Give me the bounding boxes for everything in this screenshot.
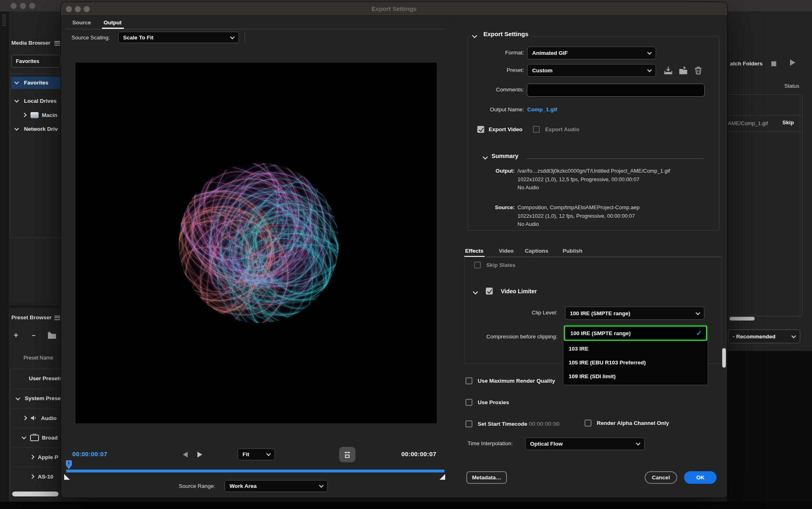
preset-row-label: Broad <box>42 435 58 441</box>
zoom-level-dropdown[interactable]: Fit <box>238 448 275 460</box>
render-alpha-checkbox[interactable] <box>585 420 591 427</box>
queue-preset-value: - Recommended <box>733 334 775 340</box>
preset-row-system-presets[interactable]: System Prese <box>11 389 65 408</box>
export-audio-label: Export Audio <box>545 126 579 132</box>
dropdown-option[interactable]: 103 IRE <box>563 342 708 355</box>
source-range-value: Work Area <box>230 483 257 489</box>
skip-slates-label: Skip Slates <box>486 262 515 268</box>
dropdown-option[interactable]: 109 IRE (SDI limit) <box>563 369 708 383</box>
out-point-marker[interactable] <box>440 474 445 480</box>
previous-frame-icon[interactable] <box>183 452 188 457</box>
panel-menu-icon[interactable] <box>54 316 60 320</box>
tab-publish[interactable]: Publish <box>563 248 582 254</box>
close-button[interactable] <box>11 3 17 9</box>
playhead[interactable] <box>66 460 72 469</box>
tab-captions[interactable]: Captions <box>525 248 548 254</box>
metadata-button[interactable]: Metadata… <box>466 471 507 484</box>
new-preset-group-icon[interactable] <box>47 331 57 339</box>
panel-grip-icon[interactable] <box>2 15 6 27</box>
export-settings-header[interactable]: Export Settings <box>481 30 531 37</box>
dropdown-option[interactable]: 105 IRE (EBU R103 Preferred) <box>563 355 708 369</box>
preset-dropdown[interactable]: Custom <box>527 64 656 77</box>
output-name-link[interactable]: Comp_1.gif <box>527 106 557 113</box>
horizontal-scrollbar[interactable] <box>730 317 755 321</box>
chevron-right-icon[interactable] <box>30 455 34 459</box>
queue-preset-dropdown[interactable]: - Recommended <box>728 329 800 343</box>
set-start-timecode-checkbox[interactable] <box>466 420 472 427</box>
format-label: Format: <box>463 50 524 56</box>
minimize-button[interactable] <box>20 3 26 9</box>
preset-name-column-header[interactable]: Preset Name <box>24 355 53 361</box>
summary-output-line: 1022x1022 (1,0), 12,5 fps, Progressive, … <box>518 176 639 182</box>
chevron-down-icon[interactable] <box>14 98 19 102</box>
vertical-scrollbar[interactable] <box>722 348 726 368</box>
start-timecode-value[interactable]: 00:00:00:00 <box>529 421 560 427</box>
chevron-down-icon[interactable] <box>15 396 20 400</box>
preset-row-apple[interactable]: Apple P <box>11 447 65 467</box>
preset-row-broadcast[interactable]: Broad <box>11 428 65 447</box>
cancel-button[interactable]: Cancel <box>645 471 677 484</box>
tree-item-macintosh[interactable]: Macin <box>11 109 61 121</box>
tree-item-favorites[interactable]: Favorites <box>11 77 61 89</box>
tab-video[interactable]: Video <box>499 248 514 254</box>
chevron-down-icon[interactable] <box>22 435 26 439</box>
queue-item-status[interactable]: Skip <box>782 119 794 126</box>
preset-row-audio[interactable]: Audio <box>11 408 65 428</box>
stop-button[interactable] <box>771 61 776 66</box>
save-preset-icon[interactable] <box>663 65 673 76</box>
next-frame-icon[interactable] <box>197 452 202 457</box>
in-point-marker[interactable] <box>64 474 70 480</box>
chevron-down-icon <box>647 67 652 72</box>
use-proxies-checkbox[interactable] <box>466 399 472 406</box>
media-browser-panel: Media Browser Favorites Favorites Local … <box>9 11 61 302</box>
tab-effects[interactable]: Effects <box>465 248 483 254</box>
media-browser-title: Media Browser <box>11 40 50 46</box>
clip-level-dropdown[interactable]: 100 IRE (SMPTE range) <box>565 307 704 320</box>
chevron-down-icon <box>695 310 700 315</box>
dropdown-option-selected[interactable]: 100 IRE (SMPTE range) <box>564 325 707 341</box>
chevron-right-icon[interactable] <box>22 113 26 117</box>
preset-row-user-presets[interactable]: User Presets <box>11 369 65 389</box>
time-interpolation-dropdown[interactable]: Optical Flow <box>525 438 645 450</box>
source-scaling-dropdown[interactable]: Scale To Fit <box>118 32 239 43</box>
export-video-label: Export Video <box>489 126 522 132</box>
remove-preset-button[interactable]: − <box>32 332 35 339</box>
tab-source[interactable]: Source <box>72 19 91 26</box>
source-range-dropdown[interactable]: Work Area <box>225 480 328 492</box>
crop-output-button[interactable] <box>339 447 355 462</box>
format-dropdown[interactable]: Animated GIF <box>527 47 656 59</box>
zoom-button[interactable] <box>29 3 35 9</box>
tab-output[interactable]: Output <box>104 19 121 26</box>
panel-menu-icon[interactable] <box>54 41 60 45</box>
play-button[interactable] <box>790 59 795 66</box>
queue-item-path[interactable]: AME/Comp_1.gif <box>728 120 768 126</box>
preset-browser-panel: Preset Browser + − Preset Name User Pres… <box>9 305 61 502</box>
comments-input[interactable] <box>527 84 705 97</box>
chevron-right-icon[interactable] <box>22 416 27 420</box>
add-preset-button[interactable]: + <box>14 331 18 340</box>
tree-item-network-drives[interactable]: Network Driv <box>11 123 61 135</box>
delete-preset-icon[interactable] <box>693 65 704 76</box>
tree-item-local-drives[interactable]: Local Drives <box>11 95 61 107</box>
preset-row-as10[interactable]: AS-10 <box>11 467 65 486</box>
source-scaling-value: Scale To Fit <box>123 35 154 41</box>
chevron-down-icon[interactable] <box>14 80 19 84</box>
timeline-scrubber[interactable] <box>66 470 444 472</box>
summary-header[interactable]: Summary <box>492 153 518 159</box>
ok-button[interactable]: OK <box>684 471 717 484</box>
max-render-quality-label: Use Maximum Render Quality <box>478 378 555 384</box>
preset-label: Preset: <box>463 67 524 73</box>
video-limiter-checkbox[interactable] <box>486 288 493 295</box>
summary-output-line: /var/fo…zsddt3j0kzkc0000gn/T/Untitled Pr… <box>518 168 670 174</box>
chevron-right-icon[interactable] <box>30 474 34 479</box>
max-render-quality-checkbox[interactable] <box>466 377 472 384</box>
preview-area[interactable] <box>76 63 437 423</box>
import-preset-icon[interactable] <box>678 65 689 76</box>
chevron-down-icon[interactable] <box>14 126 19 130</box>
horizontal-scrollbar[interactable] <box>12 492 58 496</box>
export-video-checkbox[interactable] <box>477 126 484 133</box>
media-filter-select[interactable]: Favorites <box>11 55 61 67</box>
dialog-titlebar[interactable]: Export Settings <box>61 2 727 16</box>
video-limiter-label: Video Limiter <box>501 288 537 295</box>
current-timecode[interactable]: 00:00:00:07 <box>72 451 107 457</box>
